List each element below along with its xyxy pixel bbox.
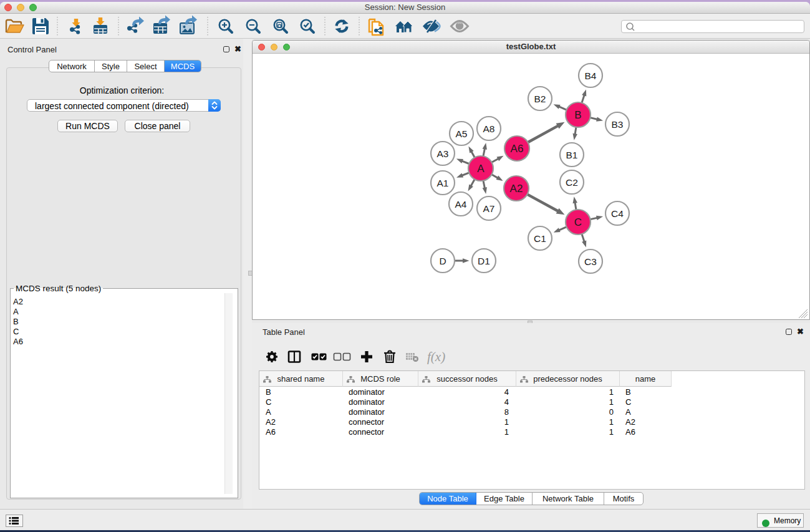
svg-text:D: D [439, 256, 446, 266]
svg-text:A8: A8 [483, 123, 495, 134]
svg-text:B2: B2 [534, 94, 546, 104]
svg-text:C3: C3 [584, 256, 597, 267]
svg-text:A: A [477, 163, 485, 175]
svg-text:A1: A1 [437, 178, 449, 188]
svg-text:B: B [574, 109, 581, 121]
svg-text:C4: C4 [611, 208, 624, 219]
svg-text:D1: D1 [478, 256, 490, 266]
svg-text:B4: B4 [585, 70, 597, 81]
svg-text:A7: A7 [483, 203, 495, 214]
svg-text:B3: B3 [612, 119, 624, 130]
svg-text:A2: A2 [510, 183, 523, 195]
svg-text:A6: A6 [511, 143, 524, 155]
svg-text:A4: A4 [455, 199, 467, 210]
svg-text:A3: A3 [437, 148, 449, 159]
svg-text:C2: C2 [566, 177, 578, 188]
svg-text:C1: C1 [534, 233, 546, 244]
svg-text:f(x): f(x) [427, 349, 445, 364]
svg-text:B1: B1 [566, 150, 578, 160]
svg-text:C: C [574, 216, 582, 228]
svg-text:A5: A5 [456, 128, 468, 139]
